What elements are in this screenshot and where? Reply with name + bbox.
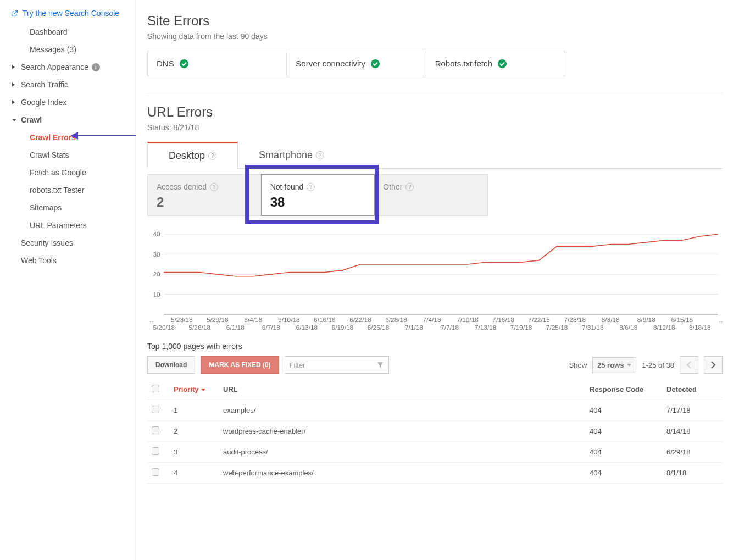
svg-text:6/19/18: 6/19/18 (332, 324, 354, 331)
svg-text:5/20/18: 5/20/18 (153, 324, 175, 331)
card-access-denied[interactable]: Access denied? 2 (148, 175, 262, 215)
table-row[interactable]: 2 wordpress-cache-enabler/ 404 8/14/18 (147, 421, 723, 442)
svg-text:7/19/18: 7/19/18 (510, 324, 532, 331)
info-icon: i (92, 63, 100, 71)
svg-text:6/1/18: 6/1/18 (226, 324, 245, 331)
sidebar-item-robots-txt-tester[interactable]: robots.txt Tester (0, 181, 136, 199)
card-access-denied-label: Access denied (157, 182, 207, 191)
select-all-checkbox[interactable] (152, 385, 159, 392)
main-content: Site Errors Showing data from the last 9… (136, 0, 739, 560)
sidebar-item-label: Messages (3) (30, 45, 76, 54)
sidebar-item-sitemaps[interactable]: Sitemaps (0, 199, 136, 217)
help-icon[interactable]: ? (210, 183, 218, 191)
site-error-robots[interactable]: Robots.txt fetch (426, 51, 565, 76)
sidebar-item-label: Security Issues (21, 239, 73, 247)
svg-text:8/3/18: 8/3/18 (602, 317, 620, 323)
chevron-down-icon (12, 119, 16, 121)
cell-priority: 1 (169, 400, 219, 421)
cell-code: 404 (585, 400, 662, 421)
svg-text:6/13/18: 6/13/18 (296, 324, 318, 331)
sidebar-item-search-appearance[interactable]: Search Appearancei (0, 58, 136, 76)
cell-detected: 8/1/18 (662, 463, 723, 484)
card-other[interactable]: Other? (374, 175, 487, 215)
cell-code: 404 (585, 463, 662, 484)
row-checkbox[interactable] (152, 406, 159, 413)
sidebar-item-crawl[interactable]: Crawl (0, 111, 136, 129)
prev-page-button[interactable] (680, 356, 698, 374)
cell-code: 404 (585, 421, 662, 442)
platform-tabs: Desktop ? Smartphone ? (147, 142, 723, 169)
sidebar-item-dashboard[interactable]: Dashboard (0, 23, 136, 41)
svg-text:7/13/18: 7/13/18 (475, 324, 497, 331)
cell-code: 404 (585, 442, 662, 463)
site-error-server[interactable]: Server connectivity (286, 51, 426, 76)
help-icon[interactable]: ? (405, 183, 414, 191)
chevron-right-icon (12, 100, 15, 104)
svg-text:7/7/18: 7/7/18 (441, 324, 459, 331)
svg-text:..: .. (149, 317, 153, 323)
cell-detected: 6/29/18 (662, 442, 723, 463)
svg-text:7/1/18: 7/1/18 (405, 324, 423, 331)
annotation-arrow (77, 135, 136, 136)
row-checkbox[interactable] (152, 447, 159, 455)
card-not-found[interactable]: Not found? 38 (261, 174, 375, 216)
table-row[interactable]: 4 web-performance-examples/ 404 8/1/18 (147, 463, 723, 484)
help-icon[interactable]: ? (316, 151, 324, 159)
url-errors-title: URL Errors (147, 104, 723, 120)
svg-line-0 (14, 10, 17, 14)
sidebar-item-google-index[interactable]: Google Index (0, 93, 136, 111)
tab-desktop[interactable]: Desktop ? (147, 142, 238, 169)
site-error-dns-label: DNS (157, 59, 174, 68)
svg-text:5/26/18: 5/26/18 (188, 324, 210, 331)
svg-text:7/22/18: 7/22/18 (528, 317, 550, 323)
sidebar-item-label: robots.txt Tester (30, 186, 84, 195)
sidebar-item-search-traffic[interactable]: Search Traffic (0, 76, 136, 93)
sidebar-item-label: Crawl (21, 115, 42, 124)
table-caption: Top 1,000 pages with errors (147, 342, 723, 351)
sidebar-item-messages-3[interactable]: Messages (3) (0, 41, 136, 58)
cell-detected: 7/17/18 (662, 400, 723, 421)
page-range-label: 1-25 of 38 (642, 361, 674, 369)
table-toolbar: Download MARK AS FIXED (0) Filter Show 2… (147, 356, 723, 374)
svg-text:7/25/18: 7/25/18 (546, 324, 568, 331)
site-error-dns[interactable]: DNS (147, 51, 287, 76)
sidebar-item-crawl-errors[interactable]: Crawl Errors (0, 129, 136, 146)
sidebar-item-security-issues[interactable]: Security Issues (0, 234, 136, 252)
table-row[interactable]: 3 audit-process/ 404 6/29/18 (147, 442, 723, 463)
sidebar-item-fetch-as-google[interactable]: Fetch as Google (0, 164, 136, 181)
next-page-button[interactable] (704, 356, 723, 374)
help-icon[interactable]: ? (208, 152, 216, 160)
chevron-right-icon (710, 362, 716, 368)
chevron-right-icon (12, 65, 15, 69)
pager: Show 25 rows 1-25 of 38 (569, 356, 723, 374)
row-checkbox[interactable] (152, 426, 159, 434)
help-icon[interactable]: ? (307, 183, 315, 191)
sidebar-item-crawl-stats[interactable]: Crawl Stats (0, 146, 136, 164)
site-error-boxes: DNS Server connectivity Robots.txt fetch (147, 51, 565, 76)
tab-desktop-label: Desktop (169, 150, 205, 162)
error-type-cards: Access denied? 2 Not found? 38 Other? (147, 174, 488, 216)
sidebar-item-url-parameters[interactable]: URL Parameters (0, 217, 136, 234)
try-new-console-label: Try the new Search Console (23, 9, 119, 18)
download-button[interactable]: Download (147, 356, 195, 374)
svg-text:6/25/18: 6/25/18 (368, 324, 390, 331)
sidebar-item-label: Dashboard (30, 27, 68, 36)
col-priority[interactable]: Priority (169, 379, 219, 400)
col-code-label: Response Code (590, 385, 643, 393)
svg-text:6/4/18: 6/4/18 (244, 317, 262, 323)
card-not-found-label: Not found (270, 182, 304, 191)
rows-selector[interactable]: 25 rows (592, 357, 636, 373)
cell-url: examples/ (219, 400, 585, 421)
sidebar-item-web-tools[interactable]: Web Tools (0, 252, 136, 269)
sidebar-item-label: URL Parameters (30, 221, 87, 230)
svg-text:10: 10 (153, 291, 160, 298)
tab-smartphone[interactable]: Smartphone ? (238, 142, 345, 168)
table-row[interactable]: 1 examples/ 404 7/17/18 (147, 400, 723, 421)
filter-input[interactable]: Filter (285, 356, 389, 374)
row-checkbox[interactable] (152, 468, 159, 476)
try-new-console-link[interactable]: Try the new Search Console (0, 7, 136, 23)
col-detected[interactable]: Detected (662, 379, 723, 400)
col-code[interactable]: Response Code (585, 379, 662, 400)
col-url[interactable]: URL (219, 379, 585, 400)
mark-fixed-button[interactable]: MARK AS FIXED (0) (201, 356, 279, 374)
